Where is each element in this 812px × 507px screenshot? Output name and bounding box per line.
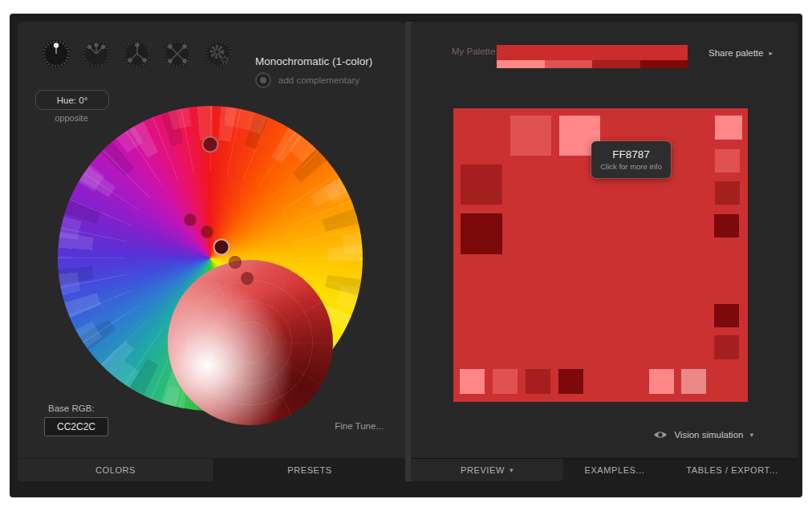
eye-icon [653,430,668,440]
palette-swatch-row [497,60,688,68]
caret-right-icon: ▸ [769,49,773,57]
app-window: Monochromatic (1-color) add complementar… [10,14,802,497]
caret-down-icon: ▾ [749,431,753,439]
palette-strip[interactable] [497,45,688,68]
preview-square[interactable] [714,214,739,237]
preview-square[interactable] [461,164,502,205]
left-tab-bar: COLORS PRESETS [18,458,405,481]
scheme-knob-freestyle[interactable] [203,39,233,69]
tab-colors[interactable]: COLORS [18,459,213,481]
palette-swatch[interactable] [545,60,593,68]
saturation-brightness-disc[interactable] [168,260,333,425]
preview-square[interactable] [681,369,706,394]
hue-value-box[interactable]: Hue: 0° [35,90,109,110]
vision-simulation-dropdown[interactable]: Vision simulation ▾ [653,430,753,440]
preview-square[interactable] [714,304,739,327]
preview-square[interactable] [460,369,485,394]
palette-swatch[interactable] [592,60,640,68]
share-palette-label: Share palette [708,48,763,58]
scheme-title: Monochromatic (1-color) [255,55,372,67]
preview-square[interactable] [715,149,740,172]
scheme-knob-triad[interactable] [122,39,152,69]
preview-square[interactable] [715,116,742,140]
base-rgb-label: Base RGB: [48,404,95,413]
tooltip-hint: Click for more info [600,162,662,171]
opposite-link[interactable]: opposite [35,113,108,123]
wheel-marker[interactable] [241,272,254,285]
triad-knob-icon [122,39,152,69]
scheme-knob-monochromatic[interactable] [41,39,71,69]
gear-icon [203,39,233,69]
wheel-marker[interactable] [184,213,197,226]
preview-square[interactable] [526,369,550,394]
preview-square[interactable] [493,369,518,394]
color-tooltip[interactable]: FF8787 Click for more info [591,141,671,178]
scheme-panel: Monochromatic (1-color) add complementar… [18,22,405,481]
add-complementary-label: add complementary [278,75,359,85]
tooltip-hex-value: FF8787 [612,148,650,160]
palette-base-bar [497,45,688,60]
preview-square[interactable] [715,181,740,205]
preview-square[interactable] [558,369,583,394]
preview-square[interactable] [461,213,502,254]
monochromatic-knob-icon [41,39,71,69]
vision-simulation-label: Vision simulation [674,430,743,440]
preview-square[interactable] [714,335,739,359]
palette-swatch[interactable] [497,60,545,68]
tab-tables-export[interactable]: TABLES / EXPORT... [666,459,798,481]
wheel-marker[interactable] [201,225,213,238]
fine-tune-link[interactable]: Fine Tune... [335,421,384,431]
tab-presets[interactable]: PRESETS [213,459,405,481]
scheme-knob-tetrad[interactable] [162,39,193,69]
wheel-marker[interactable] [229,256,242,269]
preview-square[interactable] [649,369,674,394]
palette-swatch[interactable] [640,60,688,68]
wheel-marker-selected[interactable] [213,239,230,256]
base-rgb-input[interactable] [44,417,108,436]
share-palette-button[interactable]: Share palette ▸ [708,48,773,58]
preview-panel: My Palette: Share palette ▸ FF8787 Click… [411,22,798,481]
add-complementary-toggle[interactable] [255,72,271,88]
tetrad-knob-icon [162,39,193,69]
scheme-knob-adjacent[interactable] [81,39,112,69]
adjacent-knob-icon [81,39,112,69]
page: Monochromatic (1-color) add complementar… [0,0,812,507]
right-tab-bar: PREVIEW ▾ EXAMPLES... TABLES / EXPORT... [411,458,798,481]
tab-preview[interactable]: PREVIEW ▾ [411,459,563,481]
my-palette-label: My Palette: [452,47,498,56]
tab-preview-label: PREVIEW [461,465,505,475]
caret-down-icon: ▾ [510,466,514,474]
tab-examples[interactable]: EXAMPLES... [563,459,666,481]
preview-square[interactable] [510,116,551,156]
hue-marker[interactable] [202,136,219,153]
